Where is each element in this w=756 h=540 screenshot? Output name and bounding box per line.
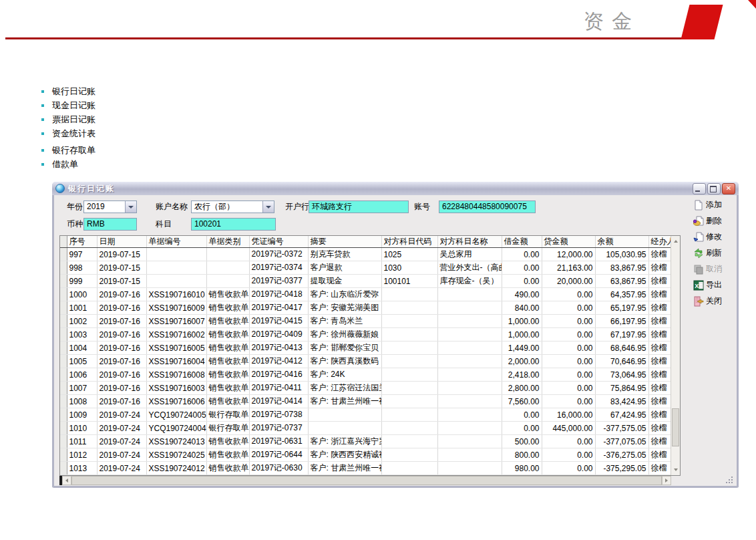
table-row[interactable]: 10122019-07-24XSS190724025销售收款单20197记-06… <box>60 448 671 462</box>
table-cell[interactable] <box>437 328 502 342</box>
vertical-scroll-thumb[interactable] <box>672 408 679 446</box>
table-cell[interactable]: 2019-07-16 <box>97 355 146 368</box>
table-cell[interactable] <box>381 288 437 301</box>
table-cell[interactable] <box>437 395 502 408</box>
currency-field[interactable]: RMB <box>83 218 137 231</box>
table-cell[interactable] <box>308 408 381 422</box>
horizontal-scroll-thumb[interactable] <box>71 476 662 485</box>
table-cell[interactable]: 销售收款单 <box>206 315 249 328</box>
table-cell[interactable]: 提取现金 <box>308 275 381 288</box>
table-cell[interactable]: 销售收款单 <box>206 288 249 301</box>
table-cell[interactable]: 66,197.95 <box>595 315 648 328</box>
table-cell[interactable]: 0.00 <box>542 382 595 395</box>
row-header[interactable] <box>60 448 67 462</box>
row-header[interactable] <box>60 395 67 408</box>
table-cell[interactable]: 银行存取单 <box>206 408 249 422</box>
delete-button[interactable]: 删除 <box>693 215 722 227</box>
table-cell[interactable]: 2019-07-16 <box>97 301 146 315</box>
scroll-down-icon[interactable] <box>671 465 680 475</box>
table-cell[interactable]: 2019-07-24 <box>97 422 146 435</box>
scroll-left-icon[interactable] <box>62 476 71 485</box>
table-cell[interactable]: 徐榴 <box>648 368 671 382</box>
table-cell[interactable]: 2019-07-24 <box>97 408 146 422</box>
row-header[interactable] <box>60 315 67 328</box>
horizontal-scrollbar[interactable] <box>59 476 671 485</box>
table-cell[interactable]: XSS190716010 <box>146 288 206 301</box>
table-cell[interactable]: 销售收款单 <box>206 395 249 408</box>
row-header[interactable] <box>60 301 67 315</box>
scroll-right-icon[interactable] <box>662 476 671 485</box>
table-cell[interactable]: 0.00 <box>542 301 595 315</box>
table-cell[interactable]: 2019-07-24 <box>97 435 146 448</box>
table-cell[interactable]: 20197记-0411 <box>249 382 308 395</box>
table-cell[interactable]: 2019-07-16 <box>97 342 146 355</box>
table-cell[interactable] <box>437 408 502 422</box>
table-cell[interactable]: XSS190716009 <box>146 301 206 315</box>
table-cell[interactable]: 客户: 浙江嘉兴海宁罗曼 <box>308 435 381 448</box>
table-row[interactable]: 10082019-07-16XSS190716006销售收款单20197记-04… <box>60 395 671 408</box>
table-cell[interactable]: 0.00 <box>542 462 595 475</box>
table-cell[interactable]: YCQ190724005 <box>146 408 206 422</box>
table-cell[interactable]: 徐榴 <box>648 288 671 301</box>
table-cell[interactable]: 800.00 <box>502 448 542 462</box>
maximize-button[interactable] <box>707 183 721 194</box>
table-cell[interactable]: 营业外支出-（高曲 <box>437 261 502 275</box>
table-row[interactable]: 10032019-07-16XSS190716002销售收款单20197记-04… <box>60 328 671 342</box>
table-cell[interactable]: 1003 <box>67 328 97 342</box>
table-cell[interactable]: 1011 <box>67 435 97 448</box>
table-cell[interactable] <box>206 261 249 275</box>
table-cell[interactable] <box>437 288 502 301</box>
window-resize-grip[interactable] <box>726 477 734 485</box>
table-cell[interactable]: 1,449.00 <box>502 342 542 355</box>
table-cell[interactable]: 0.00 <box>502 422 542 435</box>
table-cell[interactable]: 2019-07-16 <box>97 315 146 328</box>
table-cell[interactable] <box>437 422 502 435</box>
table-row[interactable]: 10112019-07-24XSS190724013销售收款单20197记-06… <box>60 435 671 448</box>
refresh-button[interactable]: 刷新 <box>693 247 722 259</box>
table-cell[interactable]: XSS190716007 <box>146 315 206 328</box>
table-cell[interactable]: XSS190724012 <box>146 462 206 475</box>
table-row[interactable]: 10062019-07-16XSS190716008销售收款单20197记-04… <box>60 368 671 382</box>
account-name-select[interactable]: 农行（邵） <box>191 200 274 213</box>
table-cell[interactable] <box>206 275 249 288</box>
bank-branch-field[interactable]: 环城路支行 <box>309 200 409 213</box>
table-cell[interactable]: 0.00 <box>542 368 595 382</box>
table-row[interactable]: 10132019-07-24XSS190724012销售收款单20197记-06… <box>60 462 671 475</box>
table-cell[interactable]: 83,424.95 <box>595 395 648 408</box>
table-cell[interactable]: -377,075.05 <box>595 435 648 448</box>
table-cell[interactable]: 1006 <box>67 368 97 382</box>
table-cell[interactable]: 1013 <box>67 462 97 475</box>
table-cell[interactable] <box>437 448 502 462</box>
table-cell[interactable]: XSS190716005 <box>146 342 206 355</box>
window-titlebar[interactable]: 银行日记账 <box>52 182 739 195</box>
table-cell[interactable] <box>381 382 437 395</box>
table-cell[interactable]: 1025 <box>381 248 437 261</box>
table-cell[interactable] <box>206 248 249 261</box>
table-cell[interactable]: 客户: 徐州薇薇新娘 <box>308 328 381 342</box>
table-cell[interactable]: 64,357.95 <box>595 288 648 301</box>
table-cell[interactable]: 63,867.95 <box>595 275 648 288</box>
row-header[interactable] <box>60 248 67 261</box>
table-cell[interactable]: 105,030.95 <box>595 248 648 261</box>
table-cell[interactable]: 20197记-0377 <box>249 275 308 288</box>
table-cell[interactable]: 吴总家用 <box>437 248 502 261</box>
table-cell[interactable]: 徐榴 <box>648 328 671 342</box>
table-cell[interactable]: 1,000.00 <box>502 328 542 342</box>
table-cell[interactable]: 销售收款单 <box>206 435 249 448</box>
table-cell[interactable]: 1012 <box>67 448 97 462</box>
table-cell[interactable]: 销售收款单 <box>206 301 249 315</box>
table-cell[interactable]: 2019-07-16 <box>97 382 146 395</box>
table-cell[interactable]: 7,560.00 <box>502 395 542 408</box>
table-row[interactable]: 10002019-07-16XSS190716010销售收款单20197记-04… <box>60 288 671 301</box>
table-cell[interactable]: 0.00 <box>502 248 542 261</box>
table-cell[interactable]: 客户: 甘肃兰州唯一视觉 <box>308 395 381 408</box>
table-cell[interactable]: 2019-07-15 <box>97 261 146 275</box>
table-cell[interactable] <box>381 368 437 382</box>
table-cell[interactable]: 1007 <box>67 382 97 395</box>
row-header[interactable] <box>60 355 67 368</box>
table-cell[interactable]: -376,275.05 <box>595 448 648 462</box>
table-cell[interactable]: 徐榴 <box>648 342 671 355</box>
table-cell[interactable]: 0.00 <box>542 395 595 408</box>
row-header[interactable] <box>60 328 67 342</box>
table-cell[interactable]: 20197记-0413 <box>249 342 308 355</box>
